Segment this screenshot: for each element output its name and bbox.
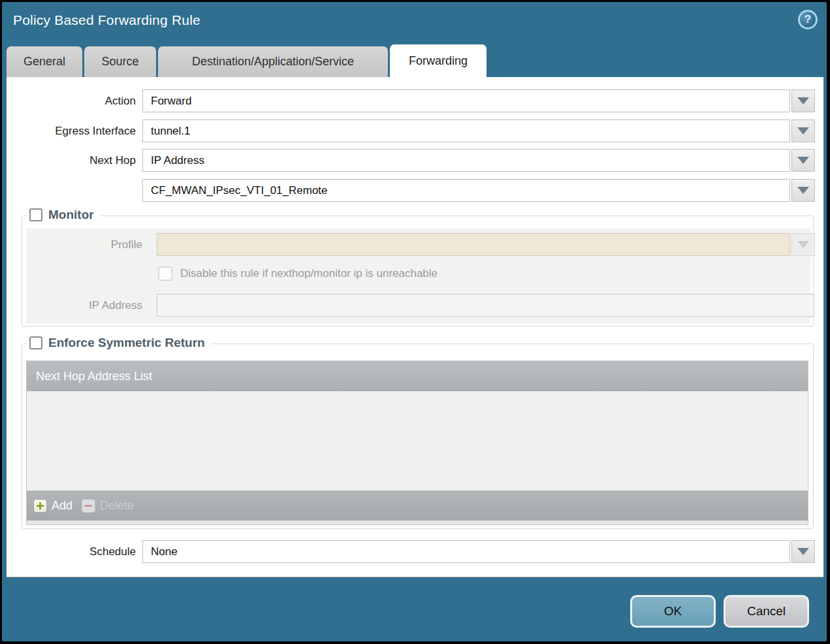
- tab-destination-application-service[interactable]: Destination/Application/Service: [158, 46, 388, 77]
- schedule-combobox[interactable]: [142, 540, 790, 563]
- minus-icon: [82, 499, 95, 513]
- dialog-title: Policy Based Forwarding Rule: [13, 12, 200, 28]
- chevron-down-icon: [797, 241, 809, 248]
- monitor-legend-label: Monitor: [48, 208, 94, 222]
- screen: Policy Based Forwarding Rule ? General S…: [0, 0, 830, 644]
- disable-rule-label: Disable this rule if nexthop/monitor ip …: [180, 266, 438, 281]
- monitor-legend: Monitor: [27, 208, 101, 222]
- schedule-dropdown-trigger[interactable]: [791, 540, 815, 563]
- monitor-ip-address-label: IP Address: [26, 294, 142, 317]
- monitor-fieldset: Monitor Profile Disable this rule if nex…: [22, 216, 814, 327]
- chevron-down-icon: [797, 157, 809, 164]
- chevron-down-icon: [797, 548, 809, 555]
- delete-button-disabled: Delete: [82, 499, 134, 513]
- next-hop-type-combobox[interactable]: [142, 149, 790, 172]
- table-bottom-strip: [27, 521, 808, 524]
- enforce-symmetric-return-checkbox[interactable]: [29, 336, 42, 349]
- next-hop-label: Next Hop: [7, 149, 136, 172]
- ok-button[interactable]: OK: [630, 595, 716, 628]
- schedule-label: Schedule: [7, 540, 136, 563]
- monitor-checkbox[interactable]: [29, 208, 42, 221]
- plus-icon: [33, 499, 47, 513]
- monitor-ip-address-field-disabled: [157, 294, 814, 317]
- symmetric-return-legend: Enforce Symmetric Return: [27, 336, 212, 350]
- next-hop-address-list-body[interactable]: [27, 391, 808, 491]
- symmetric-return-legend-label: Enforce Symmetric Return: [48, 336, 205, 350]
- disable-rule-checkbox: [158, 266, 172, 281]
- profile-label: Profile: [26, 233, 142, 256]
- next-hop-address-list-header: Next Hop Address List: [27, 361, 808, 391]
- add-button[interactable]: Add: [33, 499, 72, 513]
- chevron-down-icon: [797, 187, 809, 194]
- profile-combobox-disabled: [157, 233, 790, 256]
- chevron-down-icon: [797, 127, 809, 135]
- tab-general[interactable]: General: [7, 46, 82, 77]
- action-label: Action: [7, 89, 136, 112]
- next-hop-address-dropdown-trigger[interactable]: [791, 179, 815, 202]
- tab-source[interactable]: Source: [84, 46, 156, 77]
- egress-interface-dropdown-trigger[interactable]: [791, 120, 815, 142]
- egress-interface-combobox[interactable]: [142, 120, 790, 142]
- tab-forwarding[interactable]: Forwarding: [390, 44, 487, 77]
- forwarding-tab-panel: Action Egress Interface Next Hop: [7, 77, 823, 577]
- cancel-button[interactable]: Cancel: [724, 595, 809, 628]
- egress-interface-label: Egress Interface: [7, 120, 136, 142]
- next-hop-address-toolbar: Add Delete: [27, 491, 808, 521]
- symmetric-return-fieldset: Enforce Symmetric Return Next Hop Addres…: [22, 344, 814, 529]
- chevron-down-icon: [797, 97, 809, 105]
- next-hop-type-dropdown-trigger[interactable]: [791, 149, 815, 172]
- tab-bar: General Source Destination/Application/S…: [7, 44, 487, 77]
- action-combobox[interactable]: [142, 89, 790, 112]
- next-hop-address-combobox[interactable]: [142, 179, 790, 202]
- action-dropdown-trigger[interactable]: [791, 89, 815, 112]
- profile-dropdown-trigger-disabled: [791, 233, 815, 256]
- delete-button-label: Delete: [100, 499, 134, 513]
- add-button-label: Add: [52, 499, 72, 513]
- monitor-panel: Profile Disable this rule if nexthop/mon…: [26, 229, 810, 323]
- help-icon[interactable]: ?: [798, 10, 818, 29]
- pbf-rule-dialog: Policy Based Forwarding Rule ? General S…: [2, 2, 827, 641]
- next-hop-address-table: Next Hop Address List Add Delete: [26, 361, 808, 525]
